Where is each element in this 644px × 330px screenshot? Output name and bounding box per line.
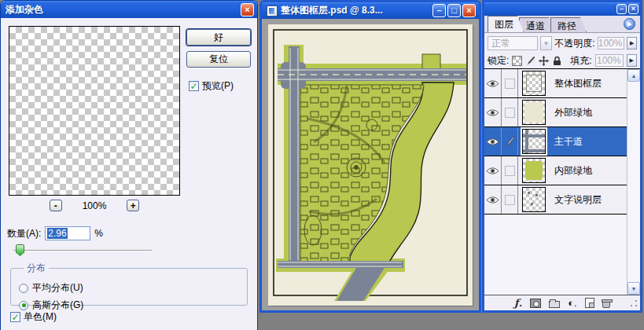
site-plan-drawing	[268, 24, 473, 306]
tab-channels[interactable]: 通道	[519, 17, 555, 32]
uniform-radio-row[interactable]: 平均分布(U)	[19, 281, 239, 295]
lock-row: 锁定: 填充: 100% ▶	[484, 53, 640, 69]
document-maximize-icon[interactable]: □	[447, 4, 461, 17]
layer-thumbnail[interactable]	[522, 100, 546, 125]
lock-label: 锁定:	[488, 54, 509, 68]
fill-label: 填充:	[570, 54, 591, 68]
indicator-box	[505, 195, 515, 205]
amount-value: 2.96	[47, 228, 67, 239]
layer-thumbnail[interactable]	[522, 187, 546, 212]
blend-mode-dropdown-icon[interactable]: ▼	[540, 36, 552, 50]
slider-track[interactable]	[13, 250, 152, 251]
preview-checkbox-row[interactable]: ✓ 预览(P)	[189, 79, 234, 93]
zoom-in-button[interactable]: +	[127, 200, 139, 211]
layer-name[interactable]: 整体图框层	[550, 69, 602, 97]
fill-value[interactable]: 100%	[595, 54, 624, 67]
lock-position-icon[interactable]	[539, 56, 549, 66]
document-window: 整体图框层.psd @ 8.3... – □ ×	[259, 0, 481, 313]
paint-indicator-cell[interactable]	[502, 127, 518, 156]
link-indicator-cell[interactable]	[502, 69, 518, 97]
new-layer-icon[interactable]	[585, 298, 594, 308]
document-titlebar[interactable]: 整体图框层.psd @ 8.3... – □ ×	[262, 2, 479, 19]
distribution-legend: 分布	[24, 262, 49, 275]
document-close-icon[interactable]: ×	[462, 4, 476, 17]
layer-thumbnail-cell[interactable]	[518, 98, 550, 126]
layers-palette: – × 图层 通道 路径 ▶ 正常 ▼ 不透明度: 100% ▶ 锁定: 填充:…	[482, 0, 642, 313]
layer-row-outer-green[interactable]: 外部绿地	[484, 98, 627, 127]
palette-minimize-icon[interactable]: –	[616, 4, 627, 14]
document-minimize-icon[interactable]: –	[432, 4, 446, 17]
dialog-title: 添加杂色	[6, 3, 239, 16]
slider-thumb[interactable]	[16, 244, 24, 256]
ok-button[interactable]: 好	[186, 29, 251, 46]
add-noise-dialog: 添加杂色 × - 100% + 好 复位 ✓ 预览(P) 数量(A): 2.96…	[0, 0, 258, 330]
layer-name[interactable]: 内部绿地	[550, 156, 592, 185]
delete-layer-icon[interactable]	[602, 301, 610, 308]
layer-row-main-road[interactable]: 主干道	[484, 127, 627, 156]
dialog-close-icon[interactable]: ×	[241, 3, 254, 16]
layer-thumbnail[interactable]	[522, 158, 546, 183]
monochromatic-checkbox[interactable]: ✓	[10, 312, 20, 322]
layer-name[interactable]: 文字说明层	[550, 185, 602, 214]
layer-style-icon[interactable]: ƒ.	[514, 297, 522, 309]
dialog-buttons: 好 复位	[186, 29, 251, 73]
layer-thumbnail-cell[interactable]	[518, 185, 550, 214]
opacity-value[interactable]: 100%	[598, 37, 625, 50]
adjustment-layer-icon[interactable]: ◐.	[568, 298, 576, 308]
visibility-eye-icon[interactable]	[484, 69, 502, 97]
gaussian-radio[interactable]	[19, 301, 28, 310]
lock-all-icon[interactable]	[552, 56, 562, 66]
layer-thumbnail-cell[interactable]	[518, 127, 550, 156]
preview-checkbox[interactable]: ✓	[189, 81, 199, 91]
amount-unit: %	[94, 228, 103, 239]
link-indicator-cell[interactable]	[502, 185, 518, 214]
layers-scrollbar[interactable]: ▲ ▼	[627, 69, 640, 295]
indicator-box	[505, 108, 515, 118]
lock-paint-icon[interactable]	[525, 56, 535, 66]
visibility-eye-icon[interactable]	[484, 185, 502, 214]
preview-checkbox-label: 预览(P)	[202, 79, 234, 93]
amount-slider[interactable]	[13, 244, 152, 257]
site-plan-page[interactable]	[268, 24, 473, 306]
zoom-out-button[interactable]: -	[50, 200, 62, 211]
tab-layers[interactable]: 图层	[488, 16, 524, 32]
blend-mode-select[interactable]: 正常	[488, 36, 538, 50]
scroll-up-icon[interactable]: ▲	[627, 69, 640, 82]
visibility-eye-icon[interactable]	[484, 156, 502, 185]
reset-button[interactable]: 复位	[186, 51, 251, 68]
layer-thumbnail-cell[interactable]	[518, 156, 550, 185]
layer-thumbnail[interactable]	[522, 129, 546, 154]
blend-mode-row: 正常 ▼ 不透明度: 100% ▶	[484, 34, 640, 53]
layer-thumbnail[interactable]	[522, 71, 546, 96]
amount-label: 数量(A):	[7, 227, 41, 240]
layer-thumbnail-cell[interactable]	[518, 69, 550, 97]
resize-grip[interactable]	[629, 299, 638, 308]
palette-menu-icon[interactable]: ▶	[624, 18, 635, 30]
layer-row-inner-green[interactable]: 内部绿地	[484, 156, 627, 185]
uniform-radio[interactable]	[19, 284, 28, 293]
lock-transparency-icon[interactable]	[512, 56, 522, 66]
scroll-down-icon[interactable]: ▼	[627, 282, 640, 295]
layer-name[interactable]: 外部绿地	[550, 98, 592, 126]
palette-close-icon[interactable]: ×	[628, 4, 638, 14]
palette-titlebar[interactable]: – ×	[484, 2, 640, 16]
layer-row-text-notes[interactable]: 文字说明层	[484, 185, 627, 214]
layer-name[interactable]: 主干道	[550, 127, 583, 156]
amount-input[interactable]: 2.96	[45, 226, 90, 240]
link-indicator-cell[interactable]	[502, 98, 518, 126]
layer-mask-icon[interactable]	[530, 299, 541, 308]
photoshop-workspace: { "icons": { "close": "×", "minimize": "…	[0, 0, 644, 330]
indicator-box	[505, 166, 515, 176]
fill-spinner-icon[interactable]: ▶	[627, 54, 637, 67]
new-group-icon[interactable]	[549, 301, 560, 308]
dialog-titlebar[interactable]: 添加杂色 ×	[1, 1, 257, 18]
visibility-eye-icon[interactable]	[484, 127, 502, 156]
monochromatic-checkbox-row[interactable]: ✓ 单色(M)	[10, 310, 57, 324]
link-indicator-cell[interactable]	[502, 156, 518, 185]
document-canvas[interactable]	[262, 19, 479, 310]
visibility-eye-icon[interactable]	[484, 98, 502, 126]
layer-row-frame[interactable]: 整体图框层	[484, 69, 627, 98]
noise-preview[interactable]	[9, 26, 180, 196]
tab-paths[interactable]: 路径	[550, 17, 587, 32]
opacity-spinner-icon[interactable]: ▶	[627, 37, 637, 50]
